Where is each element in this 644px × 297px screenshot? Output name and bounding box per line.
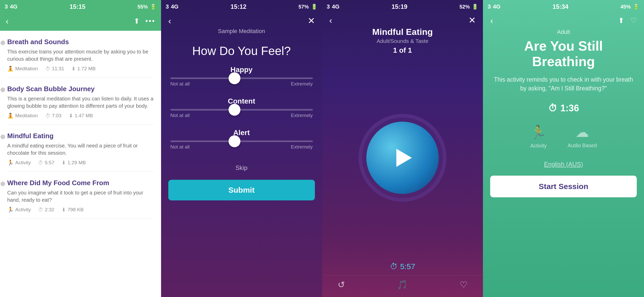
item-desc: This is a general meditation that you ca…: [7, 95, 154, 110]
slider-label-alert: Alert: [170, 129, 313, 137]
battery-4: 45%: [620, 4, 631, 10]
replay-icon[interactable]: ↺: [338, 279, 345, 290]
carrier-1: 3: [5, 3, 8, 10]
meta-size: ⬇ 798 KB: [62, 207, 84, 213]
clock-icon: ⏱: [45, 66, 50, 72]
slider-labels-happy: Not at all Extremely: [170, 81, 313, 87]
skip-button[interactable]: Skip: [161, 160, 322, 177]
slider-container-happy[interactable]: [170, 77, 313, 79]
list-item[interactable]: Body Scan Bubble Journey This is a gener…: [7, 78, 154, 125]
item-duration: 2:32: [45, 207, 54, 213]
audio-label: Audio Based: [567, 143, 597, 148]
slider-thumb-happy[interactable]: [229, 72, 240, 84]
meta-duration: ⏱ 5:57: [38, 160, 54, 166]
close-button-2[interactable]: ✕: [308, 15, 315, 26]
meta-size: ⬇ 1.72 MB: [71, 66, 96, 72]
time-4: 15:34: [552, 3, 568, 10]
status-bar-3: 3 4G 15:19 52% 🔋: [322, 0, 483, 13]
slider-thumb-alert[interactable]: [229, 135, 240, 147]
slider-container-content[interactable]: [170, 109, 313, 111]
meditation-icon: 🧘: [7, 66, 14, 72]
meta-size: ⬇ 1.47 MB: [69, 113, 93, 119]
back-button-3[interactable]: ‹: [329, 15, 332, 25]
player-circle-outer: [359, 114, 446, 202]
timer-value-4: 1:36: [560, 103, 579, 114]
player-bottom: ↺ 🎵 ♡: [322, 275, 483, 297]
slider-track-content: [170, 109, 313, 111]
nav-4: ‹ ⬆ ♡: [483, 13, 644, 26]
status-bar-1: 3 4G 15:15 55% 🔋: [0, 0, 161, 13]
slider-labels-alert: Not at all Extremely: [170, 144, 313, 150]
item-duration: 7:03: [52, 113, 62, 119]
meta-type: 🧘 Meditation: [7, 66, 38, 72]
carrier-2: 3: [166, 3, 169, 10]
list-item[interactable]: Where Did My Food Come From Can you imag…: [7, 172, 154, 219]
item-size: 798 KB: [67, 207, 84, 213]
panel3-counter: 1 of 1: [322, 44, 483, 58]
nav-right-4: ⬆ ♡: [618, 16, 637, 25]
panel4-icons: 🏃 Activity ☁ Audio Based: [483, 122, 644, 157]
item-title: Mindful Eating: [7, 132, 154, 140]
slider-track-happy: [170, 77, 313, 79]
slider-container-alert[interactable]: [170, 140, 313, 142]
slider-thumb-content[interactable]: [229, 104, 240, 116]
back-button-4[interactable]: ‹: [490, 15, 493, 26]
panel-player: 3 4G 15:19 52% 🔋 ‹ ✕ Mindful Eating Adul…: [322, 0, 483, 297]
submit-button[interactable]: Submit: [168, 180, 315, 200]
slider-min-content: Not at all: [170, 113, 190, 118]
start-session-button[interactable]: Start Session: [490, 176, 637, 197]
network-3: 4G: [332, 3, 339, 10]
battery-1: 55%: [138, 4, 148, 10]
play-icon[interactable]: [396, 149, 412, 167]
carrier-3: 3: [327, 3, 330, 10]
time-1: 15:15: [70, 3, 85, 10]
slider-max-content: Extremely: [291, 113, 313, 118]
language-selector[interactable]: English (AUS): [483, 157, 644, 173]
battery-2: 57%: [298, 4, 309, 10]
list-item[interactable]: Mindful Eating A mindful eating exercise…: [7, 125, 154, 172]
heart-icon-4[interactable]: ♡: [630, 16, 637, 25]
nav-2: ‹ ✕: [161, 13, 322, 26]
player-circle-inner[interactable]: [366, 122, 439, 194]
status-right-3: 52% 🔋: [459, 4, 478, 10]
slider-max-happy: Extremely: [291, 81, 313, 87]
back-button-2[interactable]: ‹: [168, 16, 171, 26]
clock-icon: ⏱: [45, 113, 50, 119]
clock-icon: ⏱: [38, 207, 43, 213]
item-desc: A mindful eating exercise. You will need…: [7, 142, 154, 157]
item-desc: Can you imagine what it took to get a pi…: [7, 189, 154, 204]
battery-icon-4: 🔋: [633, 4, 639, 10]
status-left-4: 3 4G: [488, 3, 501, 10]
battery-icon-1: 🔋: [150, 4, 156, 10]
close-button-3[interactable]: ✕: [468, 15, 476, 25]
audio-icon-4: ☁: [575, 124, 589, 140]
upload-icon-1[interactable]: ⬆: [134, 17, 140, 25]
item-size: 1.29 MB: [67, 160, 86, 166]
upload-icon-4[interactable]: ⬆: [618, 16, 624, 25]
audio-icon-item: ☁ Audio Based: [567, 124, 597, 149]
heart-icon[interactable]: ♡: [460, 279, 467, 290]
more-icon-1[interactable]: •••: [145, 17, 155, 25]
item-title: Breath and Sounds: [7, 38, 154, 46]
download-icon: ⬇: [69, 113, 73, 119]
panel3-title: Mindful Eating: [322, 25, 483, 38]
meta-duration: ⏱ 11:31: [45, 66, 64, 72]
slider-section-happy: Happy Not at all Extremely: [161, 66, 322, 97]
item-meta: 🧘 Meditation ⏱ 7:03 ⬇ 1.47 MB: [7, 113, 154, 119]
music-icon[interactable]: 🎵: [397, 279, 408, 290]
item-type: Meditation: [15, 66, 38, 72]
status-right-1: 55% 🔋: [138, 4, 156, 10]
activity-icon: 🏃: [7, 160, 14, 166]
panel3-timer: ⏱ 5:57: [322, 260, 483, 275]
slider-min-alert: Not at all: [170, 144, 190, 150]
list-item[interactable]: Breath and Sounds This exercise trains y…: [7, 31, 154, 78]
activity-icon-item: 🏃 Activity: [530, 124, 547, 149]
item-title: Where Did My Food Come From: [7, 179, 154, 187]
meta-duration: ⏱ 2:32: [38, 207, 54, 213]
back-button-1[interactable]: ‹: [6, 16, 9, 26]
item-duration: 11:31: [52, 66, 64, 72]
clock-icon: ⏱: [38, 160, 43, 166]
status-right-4: 45% 🔋: [620, 4, 639, 10]
panel-detail: 3 4G 15:34 45% 🔋 ‹ ⬆ ♡ Adult Are You Sti…: [483, 0, 644, 297]
download-icon: ⬇: [71, 66, 76, 72]
